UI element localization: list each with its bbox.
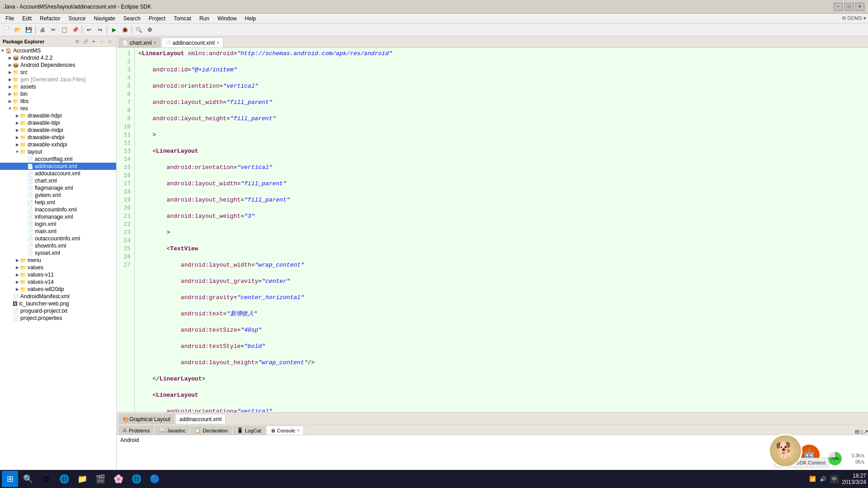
tree-item-android422[interactable]: ▶ 📦 Android 4.2.2 [0, 54, 116, 61]
menu-run[interactable]: Run [196, 14, 213, 23]
tree-item-assets[interactable]: ▶ 📁 assets [0, 83, 116, 90]
tree-item-sysset[interactable]: 📄 sysset.xml [0, 249, 116, 257]
bottom-panel-tab-declaration[interactable]: 📋 Declaration [190, 426, 232, 435]
maximize-button[interactable]: □ [844, 3, 854, 11]
taskbar-explorer[interactable]: 📁 [74, 471, 90, 487]
tree-item-values-v11[interactable]: ▶ 📁 values-v11 [0, 271, 116, 278]
tree-item-libs[interactable]: ▶ 📁 libs [0, 98, 116, 105]
console-tab-close[interactable]: × [297, 428, 300, 433]
addinaccount-tab-close[interactable]: × [217, 40, 219, 45]
close-button[interactable]: × [855, 3, 864, 11]
tree-item-bin[interactable]: ▶ 📁 bin [0, 90, 116, 98]
toolbar-search[interactable]: 🔍 [134, 25, 144, 35]
tree-item-gvitem[interactable]: 📄 gvitem.xml [0, 192, 116, 199]
tree-item-drawable-ldpi[interactable]: ▶ 📁 drawable-ldpi [0, 119, 116, 127]
sidebar-maximize-icon[interactable]: □ [106, 38, 113, 45]
start-button[interactable]: ⊞ [2, 471, 18, 487]
toolbar-copy[interactable]: 📋 [59, 25, 69, 35]
code-content[interactable]: <LinearLayout xmlns:android="http://sche… [135, 48, 868, 412]
tree-item-accountflag[interactable]: 📄 accountflag.xml [0, 155, 116, 163]
menu-search[interactable]: Search [120, 14, 144, 23]
code-line-13: <TextView [138, 245, 864, 253]
tree-item-drawable-mdpi[interactable]: ▶ 📁 drawable-mdpi [0, 127, 116, 134]
bottom-tab-graphical-layout[interactable]: 🎨 Graphical Layout [118, 414, 175, 424]
toolbar-run[interactable]: ▶ [109, 25, 119, 35]
tree-item-ic-launcher[interactable]: 🖼 ic_launcher-web.png [0, 300, 116, 307]
tree-item-android-deps[interactable]: ▶ 📦 Android Dependencies [0, 61, 116, 69]
tree-item-project-properties[interactable]: 📄 project.properties [0, 314, 116, 322]
tree-item-values-v14[interactable]: ▶ 📁 values-v14 [0, 278, 116, 286]
toolbar-undo[interactable]: ↩ [84, 25, 94, 35]
sidebar-menu-icon[interactable]: ▾ [90, 38, 97, 45]
tree-item-login[interactable]: 📄 login.xml [0, 221, 116, 228]
taskbar-flower[interactable]: 🌸 [110, 471, 127, 487]
minimize-button[interactable]: − [834, 3, 843, 11]
menu-project[interactable]: Project [145, 14, 169, 23]
bottom-tab-addinaccount-xml[interactable]: addinaccount.xml [175, 414, 226, 424]
menu-refactor[interactable]: Refactor [36, 14, 64, 23]
tab-addinaccount[interactable]: 📄 addinaccount.xml × [161, 38, 223, 47]
bottom-panel-icon-1[interactable]: ⊟ [855, 429, 859, 435]
tree-item-gen[interactable]: ▶ 📁 gen [Generated Java Files] [0, 76, 116, 83]
taskbar-search-btn[interactable]: 🔍 [20, 471, 36, 487]
tree-item-showinfo[interactable]: 📄 showinfo.xml [0, 242, 116, 249]
sidebar-minimize-icon[interactable]: − [98, 38, 105, 45]
code-editor[interactable]: 1 2 3 4 5 6 7 8 9 10 11 12 13 14 15 16 1 [117, 48, 868, 412]
tree-item-menu[interactable]: ▶ 📁 menu [0, 257, 116, 264]
tree-item-infomanage[interactable]: 📄 infomanage.xml [0, 213, 116, 221]
taskbar-media[interactable]: 🎬 [92, 471, 108, 487]
taskbar-chinese-ime[interactable]: 中 [830, 475, 839, 483]
tree-item-values[interactable]: ▶ 📁 values [0, 264, 116, 271]
toolbar-cut[interactable]: ✂ [48, 25, 58, 35]
taskbar-blue[interactable]: 🔵 [146, 471, 163, 487]
tree-item-chart[interactable]: 📄 chart.xml [0, 177, 116, 184]
tree-item-inaccountinfo[interactable]: 📄 inaccountinfo.xml [0, 206, 116, 213]
bottom-panel-tab-javadoc[interactable]: 📖 Javadoc [155, 426, 189, 435]
tree-item-values-w820dp[interactable]: ▶ 📁 values-w820dp [0, 286, 116, 293]
tree-item-addinaccount[interactable]: 📄 addinaccount.xml [0, 163, 116, 170]
declaration-tab-label: Declaration [203, 428, 228, 433]
toolbar-print[interactable]: 🖨 [38, 25, 47, 35]
toolbar-debug[interactable]: 🐞 [120, 25, 130, 35]
menu-file[interactable]: File [2, 14, 18, 23]
tree-item-help[interactable]: 📄 help.xml [0, 199, 116, 206]
chart-tab-close[interactable]: × [154, 40, 156, 45]
code-line-22: <LinearLayout [138, 391, 864, 399]
taskbar-ie[interactable]: 🌐 [56, 471, 72, 487]
taskbar-globe[interactable]: 🌐 [128, 471, 145, 487]
bottom-panel-tab-logcat[interactable]: 📱 LogCat [233, 426, 265, 435]
tree-item-drawable-hdpi[interactable]: ▶ 📁 drawable-hdpi [0, 112, 116, 119]
bottom-panel-icon-2[interactable]: □ [860, 429, 863, 435]
tree-item-res[interactable]: ▼ 📁 res [0, 105, 116, 112]
tree-item-proguard[interactable]: 📄 proguard-project.txt [0, 307, 116, 314]
taskbar-task-view[interactable]: ⧉ [38, 471, 54, 487]
toolbar-save[interactable]: 💾 [24, 25, 33, 35]
tab-chart[interactable]: 📄 chart.xml × [118, 38, 160, 47]
menu-edit[interactable]: Edit [19, 14, 35, 23]
menu-tomcat[interactable]: Tomcat [170, 14, 195, 23]
toolbar-paste[interactable]: 📌 [70, 25, 80, 35]
bottom-panel-tab-problems[interactable]: ⚠ Problems [118, 426, 154, 435]
menu-window[interactable]: Window [214, 14, 241, 23]
link-with-editor-icon[interactable]: 🔗 [82, 38, 89, 45]
tree-item-drawable-xhdpi[interactable]: ▶ 📁 drawable-xhdpi [0, 134, 116, 141]
toolbar-new[interactable]: 📄 [2, 25, 12, 35]
menu-source[interactable]: Source [65, 14, 89, 23]
tree-item-flagmanage[interactable]: 📄 flagmanage.xml [0, 184, 116, 192]
toolbar-open[interactable]: 📂 [13, 25, 23, 35]
toolbar-redo[interactable]: ↪ [95, 25, 105, 35]
tree-item-root[interactable]: ▼ 🏠 AccountMS [0, 47, 116, 54]
tree-item-layout[interactable]: ▼ 📁 layout [0, 148, 116, 155]
tree-item-androidmanifest[interactable]: 📄 AndroidManifest.xml [0, 293, 116, 300]
menu-help[interactable]: Help [241, 14, 260, 23]
bottom-panel-icon-3[interactable]: ↗ [864, 429, 868, 435]
tree-item-outaccountinfo[interactable]: 📄 outaccountinfo.xml [0, 235, 116, 242]
tree-item-src[interactable]: ▶ 📁 src [0, 69, 116, 76]
tree-item-addoutaccount[interactable]: 📄 addoutaccount.xml [0, 170, 116, 177]
tree-item-drawable-xxhdpi[interactable]: ▶ 📁 drawable-xxhdpi [0, 141, 116, 148]
tree-item-main[interactable]: 📄 main.xml [0, 228, 116, 235]
toolbar-settings[interactable]: ⚙ [145, 25, 155, 35]
bottom-panel-tab-console[interactable]: 🖥 Console × [266, 426, 304, 435]
collapse-all-icon[interactable]: ⊟ [74, 38, 81, 45]
menu-navigate[interactable]: Navigate [90, 14, 118, 23]
